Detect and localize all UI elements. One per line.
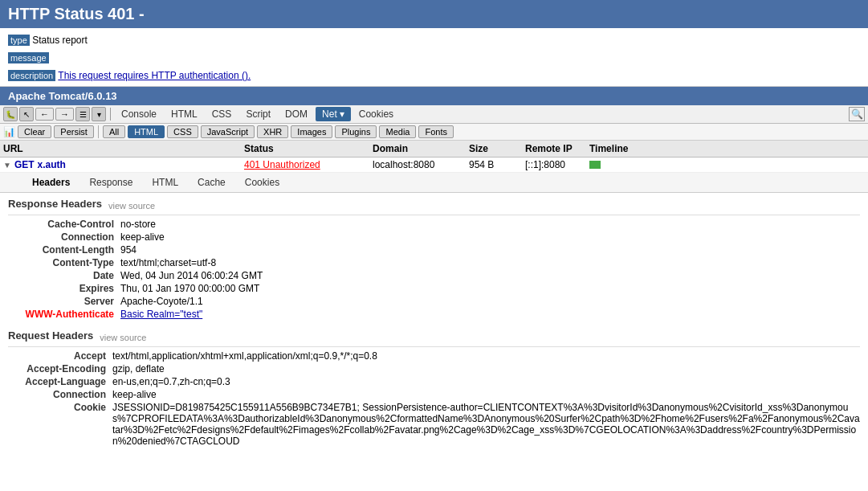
header-value-connection: keep-alive <box>120 231 165 243</box>
desc-link[interactable]: This request requires HTTP authenticatio… <box>58 70 251 81</box>
message-label: message <box>8 52 49 63</box>
tab-detail-cache[interactable]: Cache <box>189 175 234 190</box>
page-content: type Status report message description T… <box>0 28 868 87</box>
req-header-value-accept-language: en-us,en;q=0.7,zh-cn;q=0.3 <box>112 376 230 387</box>
all-button[interactable]: All <box>103 125 125 138</box>
type-label: type <box>8 35 30 46</box>
row-remoteip-cell: [::1]:8080 <box>525 159 589 170</box>
request-headers-title-row: Request Headers view source <box>8 329 860 347</box>
tab-console[interactable]: Console <box>115 107 163 121</box>
clear-button[interactable]: Clear <box>18 125 51 138</box>
row-status: 401 Unauthorized <box>244 159 320 170</box>
menu-icon[interactable]: ☰ <box>75 107 90 121</box>
col-header-timeline: Timeline <box>589 143 865 154</box>
header-name-www-auth: WWW-Authenticate <box>8 309 120 320</box>
header-name-server: Server <box>8 296 120 307</box>
search-box[interactable]: 🔍 <box>849 107 865 121</box>
response-view-source[interactable]: view source <box>108 201 155 211</box>
request-view-source[interactable]: view source <box>100 333 146 342</box>
col-header-status: Status <box>244 143 373 154</box>
header-www-authenticate: WWW-Authenticate Basic Realm="test" <box>8 309 860 320</box>
html-filter-button[interactable]: HTML <box>128 125 165 138</box>
detail-tabs: Headers Response HTML Cache Cookies <box>0 173 868 193</box>
header-content-type: Content-Type text/html;charset=utf-8 <box>8 257 860 268</box>
row-toggle-icon[interactable]: ▼ <box>3 161 11 170</box>
row-url-link[interactable]: x.auth <box>38 159 66 170</box>
header-connection: Connection keep-alive <box>8 231 860 243</box>
req-header-accept: Accept text/html,application/xhtml+xml,a… <box>8 350 860 362</box>
tab-detail-headers[interactable]: Headers <box>24 175 78 190</box>
header-value-content-length: 954 <box>120 244 137 256</box>
row-method: GET <box>14 159 35 170</box>
tab-detail-html[interactable]: HTML <box>144 175 186 190</box>
css-filter-button[interactable]: CSS <box>167 125 198 138</box>
header-value-cache-control: no-store <box>120 219 156 230</box>
message-line: message <box>8 49 860 67</box>
header-value-content-type: text/html;charset=utf-8 <box>120 257 216 268</box>
persist-button[interactable]: Persist <box>54 125 94 138</box>
dropdown-icon[interactable]: ▾ <box>92 107 106 121</box>
tab-script[interactable]: Script <box>239 107 277 121</box>
request-headers-section: Request Headers view source Accept text/… <box>0 326 868 452</box>
tab-cookies[interactable]: Cookies <box>352 107 400 121</box>
tab-css[interactable]: CSS <box>206 107 238 121</box>
fonts-filter-button[interactable]: Fonts <box>418 125 454 138</box>
inspect-icon[interactable]: ↖ <box>19 107 34 121</box>
media-filter-button[interactable]: Media <box>379 125 416 138</box>
req-header-connection: Connection keep-alive <box>8 389 860 400</box>
net-tool-icon[interactable]: 📊 <box>3 126 15 137</box>
header-date: Date Wed, 04 Jun 2014 06:00:24 GMT <box>8 270 860 281</box>
header-value-date: Wed, 04 Jun 2014 06:00:24 GMT <box>120 270 263 281</box>
tomcat-title: Apache Tomcat/6.0.13 <box>8 90 117 102</box>
row-url-cell: ▼ GET x.auth <box>3 159 244 170</box>
req-header-name-accept-language: Accept-Language <box>8 376 112 387</box>
header-name-connection: Connection <box>8 231 120 243</box>
sep1 <box>110 108 111 121</box>
tab-net[interactable]: Net ▾ <box>316 107 351 121</box>
tab-html[interactable]: HTML <box>165 107 204 121</box>
row-status-cell: 401 Unauthorized <box>244 159 373 170</box>
req-header-accept-encoding: Accept-Encoding gzip, deflate <box>8 363 860 374</box>
xhr-filter-button[interactable]: XHR <box>257 125 288 138</box>
header-value-server: Apache-Coyote/1.1 <box>120 296 203 307</box>
header-content-length: Content-Length 954 <box>8 244 860 256</box>
req-header-value-cookie: JSESSIONID=D819875425C155911A556B9BC734E… <box>112 402 860 447</box>
row-domain-cell: localhost:8080 <box>373 159 469 170</box>
firebug-icon[interactable]: 🐛 <box>3 107 18 121</box>
col-header-url: URL <box>3 143 244 154</box>
header-name-expires: Expires <box>8 283 120 294</box>
table-row[interactable]: ▼ GET x.auth 401 Unauthorized localhost:… <box>0 158 868 173</box>
type-value: Status report <box>32 35 88 46</box>
sep2 <box>98 125 99 138</box>
col-header-size: Size <box>469 143 525 154</box>
header-name-cache-control: Cache-Control <box>8 219 120 230</box>
forward-button[interactable]: → <box>55 108 74 121</box>
tab-dom[interactable]: DOM <box>279 107 314 121</box>
net-toolbar: 📊 Clear Persist All HTML CSS JavaScript … <box>0 124 868 141</box>
response-headers-section: Response Headers view source Cache-Contr… <box>0 193 868 326</box>
http-status-header: HTTP Status 401 - <box>0 0 868 28</box>
response-headers-title: Response Headers <box>8 198 102 210</box>
req-header-name-connection: Connection <box>8 389 112 400</box>
back-button[interactable]: ← <box>35 108 54 121</box>
http-status-title: HTTP Status 401 - <box>8 5 145 23</box>
req-header-name-cookie: Cookie <box>8 402 112 447</box>
javascript-filter-button[interactable]: JavaScript <box>201 125 255 138</box>
net-table-header: URL Status Domain Size Remote IP Timelin… <box>0 141 868 158</box>
request-headers-title: Request Headers <box>8 329 93 342</box>
tab-detail-cookies[interactable]: Cookies <box>237 175 287 190</box>
header-name-content-type: Content-Type <box>8 257 120 268</box>
images-filter-button[interactable]: Images <box>291 125 332 138</box>
devtools-toolbar: 🐛 ↖ ← → ☰ ▾ Console HTML CSS Script DOM … <box>0 105 868 124</box>
plugins-filter-button[interactable]: Plugins <box>335 125 377 138</box>
req-header-cookie: Cookie JSESSIONID=D819875425C155911A556B… <box>8 402 860 447</box>
type-line: type Status report <box>8 35 860 46</box>
header-value-expires: Thu, 01 Jan 1970 00:00:00 GMT <box>120 283 259 294</box>
net-dropdown-arrow: ▾ <box>340 108 344 120</box>
header-value-www-auth: Basic Realm="test" <box>120 309 202 320</box>
req-header-name-accept-encoding: Accept-Encoding <box>8 363 112 374</box>
req-header-value-accept-encoding: gzip, deflate <box>112 363 165 374</box>
req-header-value-accept: text/html,application/xhtml+xml,applicat… <box>112 350 377 362</box>
tab-detail-response[interactable]: Response <box>81 175 141 190</box>
header-cache-control: Cache-Control no-store <box>8 219 860 230</box>
